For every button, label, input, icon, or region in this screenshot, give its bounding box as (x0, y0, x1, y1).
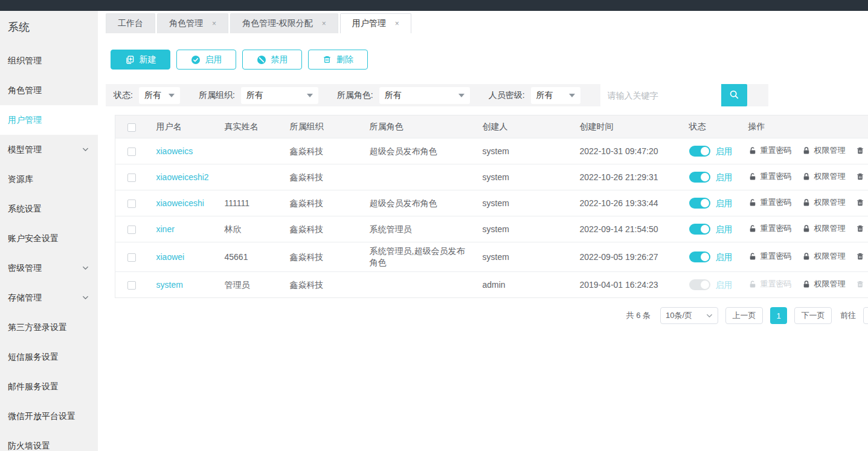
sidebar-item-第三方登录设置[interactable]: 第三方登录设置 (0, 313, 98, 342)
status-label: 启用 (716, 198, 733, 209)
row-action-权限管理[interactable]: 权限管理 (802, 144, 846, 156)
row-action-删除[interactable]: 删除 (856, 250, 868, 262)
filter-select[interactable]: 所有 (531, 87, 580, 104)
filter-select-value: 所有 (144, 90, 161, 101)
roles-cell (362, 272, 475, 298)
sidebar-item-角色管理[interactable]: 角色管理 (0, 76, 98, 105)
status-toggle[interactable] (689, 146, 710, 157)
sidebar-menu: 组织管理 角色管理 用户管理 模型管理 资源库 系统设置 账户安全设置 密级管理… (0, 46, 98, 451)
lock-icon (802, 224, 811, 233)
username-link[interactable]: xiaoweiceshi (156, 198, 204, 208)
status-toggle[interactable] (689, 224, 710, 235)
page-size-value: 10条/页 (666, 310, 692, 321)
row-action-重置密码[interactable]: 重置密码 (748, 144, 792, 156)
row-checkbox[interactable] (127, 253, 136, 262)
table-row: system管理员鑫焱科技admin2019-04-01 16:24:23启用 … (115, 272, 868, 298)
row-action-删除[interactable]: 删除 (856, 222, 868, 234)
close-icon[interactable]: × (395, 20, 399, 27)
row-action-权限管理[interactable]: 权限管理 (802, 222, 846, 234)
sidebar-item-label: 短信服务设置 (8, 352, 59, 363)
sidebar-item-微信开放平台设置[interactable]: 微信开放平台设置 (0, 401, 98, 431)
row-action-重置密码[interactable]: 重置密码 (748, 250, 792, 262)
goto-page-input[interactable] (863, 307, 868, 324)
status-toggle[interactable] (689, 198, 710, 209)
trash-solid-icon (856, 280, 864, 288)
sidebar-item-label: 资源库 (8, 174, 33, 185)
filter-select[interactable]: 所有 (241, 87, 318, 104)
row-action-权限管理[interactable]: 权限管理 (802, 278, 846, 290)
username-link[interactable]: xiner (156, 224, 175, 234)
tab-角色管理[interactable]: 角色管理 × (157, 13, 228, 33)
row-action-label: 重置密码 (760, 250, 792, 262)
row-action-删除[interactable]: 删除 (856, 170, 868, 182)
sidebar-item-资源库[interactable]: 资源库 (0, 164, 98, 194)
row-action-删除[interactable]: 删除 (856, 196, 868, 208)
search-input[interactable] (600, 84, 721, 106)
search-button[interactable] (721, 84, 747, 106)
filter-select[interactable]: 所有 (139, 87, 180, 104)
row-checkbox[interactable] (127, 174, 136, 182)
tab-label: 工作台 (118, 18, 143, 29)
row-action-label: 重置密码 (760, 144, 792, 156)
unlock-icon (748, 280, 757, 288)
row-action-权限管理[interactable]: 权限管理 (802, 250, 846, 262)
prev-page-button[interactable]: 上一页 (725, 307, 763, 324)
row-checkbox[interactable] (127, 148, 136, 156)
sidebar-item-系统设置[interactable]: 系统设置 (0, 194, 98, 224)
toolbar-button-删除[interactable]: 删除 (308, 50, 368, 70)
filter-label: 所属角色: (337, 90, 373, 101)
row-action-权限管理[interactable]: 权限管理 (802, 196, 846, 208)
page-number-1[interactable]: 1 (770, 307, 787, 324)
tab-角色管理-权限分配[interactable]: 角色管理-权限分配 × (230, 13, 338, 33)
sidebar-item-label: 账户安全设置 (8, 233, 59, 244)
row-action-重置密码[interactable]: 重置密码 (748, 222, 792, 234)
row-action-权限管理[interactable]: 权限管理 (802, 170, 846, 182)
tab-label: 角色管理-权限分配 (242, 18, 313, 29)
column-header-状态: 状态 (681, 115, 741, 138)
creator-cell: system (475, 190, 572, 216)
sidebar-item-邮件服务设置[interactable]: 邮件服务设置 (0, 372, 98, 401)
filter-label: 所属组织: (199, 90, 235, 101)
row-action-重置密码[interactable]: 重置密码 (748, 196, 792, 208)
unlock-icon (748, 198, 757, 207)
filter-select-value: 所有 (246, 90, 263, 101)
tab-用户管理[interactable]: 用户管理 × (340, 13, 411, 33)
username-link[interactable]: system (156, 280, 183, 290)
row-checkbox[interactable] (127, 225, 136, 234)
real-name-cell: 管理员 (217, 272, 282, 298)
next-page-button[interactable]: 下一页 (794, 307, 832, 324)
row-action-删除[interactable]: 删除 (856, 144, 868, 156)
row-action-重置密码[interactable]: 重置密码 (748, 170, 792, 182)
sidebar-item-账户安全设置[interactable]: 账户安全设置 (0, 224, 98, 253)
sidebar-item-防火墙设置[interactable]: 防火墙设置 (0, 431, 98, 451)
filter-select[interactable]: 所有 (379, 87, 470, 104)
row-checkbox[interactable] (127, 200, 136, 208)
sidebar-item-存储管理[interactable]: 存储管理 (0, 283, 98, 313)
username-link[interactable]: xiaoweiceshi2 (156, 172, 209, 182)
sidebar-item-用户管理[interactable]: 用户管理 (0, 105, 98, 135)
sidebar-item-label: 模型管理 (8, 144, 42, 155)
close-icon[interactable]: × (322, 20, 326, 27)
sidebar-item-密级管理[interactable]: 密级管理 (0, 253, 98, 283)
sidebar-item-label: 密级管理 (8, 263, 42, 274)
username-link[interactable]: xiaowei (156, 252, 185, 262)
app-root: 系统 组织管理 角色管理 用户管理 模型管理 资源库 系统设置 账户安全设置 密… (0, 0, 868, 451)
row-checkbox[interactable] (127, 281, 136, 290)
sidebar-item-短信服务设置[interactable]: 短信服务设置 (0, 342, 98, 372)
username-link[interactable]: xiaoweics (156, 146, 193, 156)
select-all-checkbox[interactable] (127, 123, 136, 132)
tab-工作台[interactable]: 工作台 (106, 13, 155, 33)
toolbar-button-禁用[interactable]: 禁用 (242, 50, 302, 70)
status-toggle[interactable] (689, 172, 710, 183)
page-size-select[interactable]: 10条/页 (660, 307, 718, 324)
status-label: 启用 (716, 279, 733, 291)
status-toggle[interactable] (689, 251, 710, 262)
row-action-label: 重置密码 (760, 170, 792, 182)
pagination: 共 6 条 10条/页 上一页 1 下一页 前往 (98, 307, 868, 324)
sidebar-item-label: 防火墙设置 (8, 441, 50, 451)
sidebar-item-组织管理[interactable]: 组织管理 (0, 46, 98, 76)
toolbar-button-新建[interactable]: 新建 (111, 50, 170, 70)
sidebar-item-模型管理[interactable]: 模型管理 (0, 135, 98, 164)
toolbar-button-启用[interactable]: 启用 (176, 50, 236, 70)
close-icon[interactable]: × (212, 20, 216, 27)
